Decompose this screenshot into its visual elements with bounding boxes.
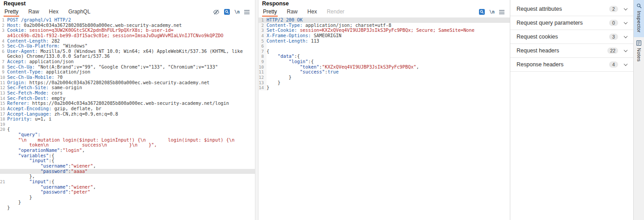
code-line: 6 (258, 43, 510, 49)
count-badge: 0 (609, 20, 618, 26)
code-line: "query": (0, 132, 255, 138)
inspector-section-label: Request headers (517, 47, 607, 54)
code-line: 11 "success":true (258, 69, 510, 75)
code-line: 15Referer: https://0a2b004c034a367280208… (0, 101, 255, 106)
search-icon[interactable] (479, 9, 485, 15)
code-line: 14} (258, 85, 510, 91)
tab-hex[interactable]: Hex (48, 8, 59, 17)
code-line: a41cc69b-d2b1-f932-be99-d3f15ac9c01e; se… (0, 33, 255, 39)
code-line: 8 "data":{ (258, 54, 510, 59)
panel-splitter[interactable] (255, 0, 258, 220)
code-line: 4Content-Length: 282 (0, 39, 255, 44)
code-line: 8Sec-Ch-Ua: "Not(A:Brand";v="99", "Googl… (0, 65, 255, 70)
right-tab-strip: Inspector Notes (633, 0, 644, 220)
tab-notes[interactable]: Notes (634, 37, 644, 66)
code-line: } (0, 205, 255, 211)
response-tab-row: PrettyRawHexRender \n (262, 7, 506, 17)
code-line: 21 "input":{ (0, 179, 255, 185)
editor-menu-icon[interactable] (244, 10, 250, 14)
burp-repeater-view: Request PrettyRawHexGraphQL (0, 0, 644, 220)
code-line: } (0, 200, 255, 205)
newline-toggle-icon[interactable]: \n (489, 9, 495, 14)
tab-raw[interactable]: Raw (286, 8, 298, 17)
count-badge: 3 (609, 34, 618, 40)
code-line: 9Content-Type: application/json (0, 69, 255, 75)
code-line: "password":"aaaa" (0, 169, 255, 174)
code-line: 5Content-Length: 113 (258, 39, 510, 44)
tab-pretty[interactable]: Pretty (4, 8, 19, 17)
code-line: 2Content-Type: application/json; charset… (258, 23, 510, 28)
response-header: Response PrettyRawHexRender \n (258, 0, 510, 17)
chevron-down-icon (624, 48, 627, 52)
code-line: 18Priority: u=1, i (0, 116, 255, 122)
code-line: 12Sec-Fetch-Site: same-origin (0, 85, 255, 91)
code-line: Gecko) Chrome/133.0.0.0 Safari/537.36 (0, 54, 255, 59)
tab-graphql[interactable]: GraphQL (68, 8, 91, 17)
tab-render[interactable]: Render (326, 8, 345, 17)
code-line: "input":{ (0, 158, 255, 164)
chevron-down-icon (624, 62, 627, 65)
notes-icon (636, 40, 641, 46)
code-line: } (0, 195, 255, 200)
request-editor-icons: \n (213, 9, 251, 15)
code-line: 7{ (258, 49, 510, 54)
inspector-section-label: Response headers (517, 61, 609, 68)
response-editor-icons: \n (479, 9, 506, 15)
inspector-panel: Request attributes2Request query paramet… (510, 0, 633, 220)
chevron-down-icon (624, 20, 627, 24)
code-line: 10 "token":"KXZxQVeq4VI9UJBP3JsIkS3PyFc9… (258, 65, 510, 70)
code-line: }, (0, 174, 255, 179)
code-line: 14Sec-Fetch-Dest: empty (0, 96, 255, 101)
inspector-section-label: Request query parameters (517, 20, 609, 26)
tab-pretty[interactable]: Pretty (262, 8, 278, 17)
code-line: 9 "login":{ (258, 59, 510, 65)
tab-inspector[interactable]: Inspector (634, 0, 644, 37)
code-line: token\n success\n }\n }", (0, 142, 255, 148)
code-line: 20{ (0, 127, 255, 132)
code-line: "\n mutation login($input: LoginInput!) … (0, 138, 255, 143)
search-icon[interactable] (224, 9, 230, 15)
inspector-section-request-cookies[interactable]: Request cookies3 (510, 30, 633, 44)
response-title: Response (262, 0, 506, 7)
request-editor[interactable]: 1POST /graphql/v1 HTTP/22Host: 0a2b004c0… (0, 17, 255, 220)
code-line: 1POST /graphql/v1 HTTP/2 (0, 17, 255, 23)
response-panel: Response PrettyRawHexRender \n (258, 0, 510, 220)
code-line: 10Sec-Ch-Ua-Mobile: ?0 (0, 75, 255, 80)
response-editor[interactable]: 1HTTP/2 200 OK2Content-Type: application… (258, 17, 510, 220)
newline-toggle-icon[interactable]: \n (234, 9, 240, 14)
inspector-section-request-query-parameters[interactable]: Request query parameters0 (510, 16, 633, 30)
inspector-section-request-attributes[interactable]: Request attributes2 (510, 2, 633, 16)
inspector-section-request-headers[interactable]: Request headers22 (510, 44, 633, 58)
code-line: 13 } (258, 80, 510, 86)
count-badge: 4 (609, 61, 618, 68)
code-line: "password":"peter" (0, 190, 255, 195)
tab-hex[interactable]: Hex (306, 8, 318, 17)
inspector-section-label: Request attributes (517, 6, 609, 12)
code-line: 1HTTP/2 200 OK (258, 17, 510, 23)
hide-matches-icon[interactable] (213, 9, 220, 15)
code-line: 12 } (258, 75, 510, 80)
code-line: 16Accept-Encoding: gzip, deflate, br (0, 106, 255, 112)
code-line: "operationName":"login", (0, 148, 255, 153)
inspector-section-label: Request cookies (517, 34, 609, 40)
code-line: 13Sec-Fetch-Mode: cors (0, 91, 255, 96)
inspector-sections: Request attributes2Request query paramet… (510, 2, 633, 72)
code-line: 4X-Frame-Options: SAMEORIGIN (258, 33, 510, 39)
request-tab-row: PrettyRawHexGraphQL (4, 7, 251, 17)
count-badge: 22 (607, 47, 618, 54)
request-tabs: PrettyRawHexGraphQL (4, 7, 99, 17)
code-line: 11Origin: https://0a2b004c034a3672802085… (0, 80, 255, 86)
inspector-section-response-headers[interactable]: Response headers4 (510, 58, 633, 72)
response-tabs: PrettyRawHexRender (262, 7, 353, 17)
code-line: 3Cookie: session=q3UW2K0OGtcSCK2pdnBhFUL… (0, 28, 255, 33)
code-line: "username":"wiener", (0, 185, 255, 190)
code-line: 17Accept-Language: zh-CN,zh;q=0.9,en;q=0… (0, 112, 255, 117)
editor-menu-icon[interactable] (499, 10, 504, 14)
tab-raw[interactable]: Raw (27, 8, 40, 17)
notes-tab-label: Notes (636, 48, 642, 62)
code-line: 19 (0, 122, 255, 127)
inspector-icon (636, 3, 642, 9)
code-line: 6User-Agent: Mozilla/5.0 (Windows NT 10.… (0, 49, 255, 54)
inspector-tab-label: Inspector (636, 11, 642, 33)
code-line: 5Sec-Ch-Ua-Platform: "Windows" (0, 43, 255, 49)
